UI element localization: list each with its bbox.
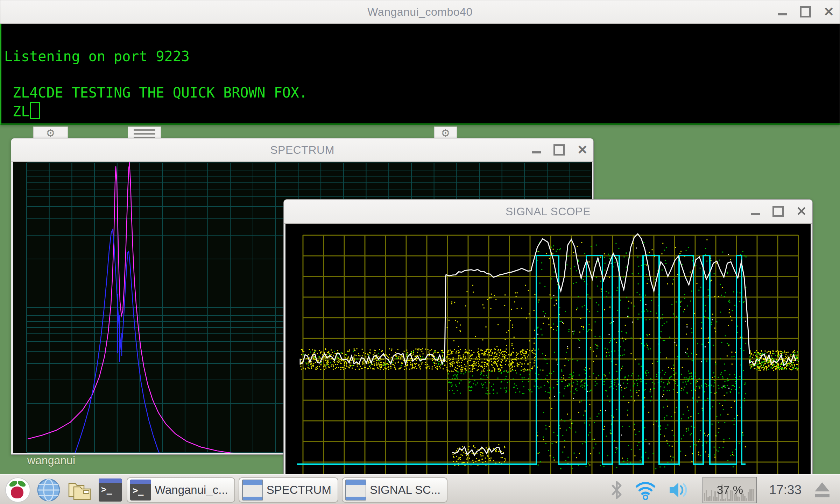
close-button[interactable]: ✕ xyxy=(796,205,807,218)
file-manager-button[interactable] xyxy=(66,477,92,503)
terminal-titlebar[interactable]: Wanganui_combo40 ✕ xyxy=(0,0,840,24)
text-cursor xyxy=(30,102,40,119)
taskbar-task-signal-scope[interactable]: SIGNAL SC... xyxy=(342,477,447,503)
maximize-button[interactable] xyxy=(800,6,811,17)
minimize-button[interactable] xyxy=(751,213,760,215)
signal-scope-window: SIGNAL SCOPE ✕ xyxy=(283,199,813,504)
gear-icon: ⚙ xyxy=(46,127,55,139)
cpu-monitor[interactable]: 37 % xyxy=(703,477,757,503)
desktop-icon-label[interactable]: wanganui xyxy=(27,454,75,467)
bluetooth-icon[interactable] xyxy=(611,480,623,500)
maximize-button[interactable] xyxy=(553,144,565,156)
desktop: ⚙ ⚙ Wanganui_combo40 ✕ Listening on port… xyxy=(0,0,840,504)
maximize-button[interactable] xyxy=(772,206,784,217)
terminal-icon: >_ xyxy=(99,478,122,502)
window-title: SPECTRUM xyxy=(270,144,334,157)
taskbar-task-terminal[interactable]: >_ Wanganui_c... xyxy=(127,477,235,503)
taskbar: >_ >_ Wanganui_c... SPECTRUM SIGNAL SC..… xyxy=(0,474,840,504)
terminal-window-icon: >_ xyxy=(130,480,151,501)
folders-icon xyxy=(67,478,92,502)
terminal-output[interactable]: Listening on port 9223 ZL4CDE TESTING TH… xyxy=(0,24,840,125)
menu-button[interactable] xyxy=(5,477,31,503)
close-button[interactable]: ✕ xyxy=(577,144,588,156)
terminal-line: ZL4CDE TESTING THE QUICK BROWN FOX. xyxy=(4,84,840,102)
app-window-icon xyxy=(242,480,263,501)
gear-icon: ⚙ xyxy=(441,127,450,139)
clock[interactable]: 17:33 xyxy=(769,483,802,497)
spectrum-titlebar[interactable]: SPECTRUM ✕ xyxy=(11,138,593,162)
eject-icon[interactable] xyxy=(813,481,831,499)
gear-icon[interactable]: ⚙ xyxy=(33,127,68,139)
terminal-line xyxy=(4,65,840,84)
taskbar-task-spectrum[interactable]: SPECTRUM xyxy=(239,477,338,503)
minimize-button[interactable] xyxy=(778,13,787,15)
scope-titlebar[interactable]: SIGNAL SCOPE ✕ xyxy=(284,200,812,224)
terminal-launcher-button[interactable]: >_ xyxy=(97,477,123,503)
terminal-line: Listening on port 9223 xyxy=(4,47,840,65)
volume-icon[interactable] xyxy=(668,481,691,499)
globe-icon xyxy=(37,478,61,502)
app-window-icon xyxy=(345,480,366,501)
browser-button[interactable] xyxy=(36,477,62,503)
window-title: SIGNAL SCOPE xyxy=(506,205,591,218)
minimize-button[interactable] xyxy=(532,151,541,153)
raspberry-icon xyxy=(5,477,30,503)
menu-lines-icon[interactable] xyxy=(128,127,161,139)
cpu-usage-label: 37 % xyxy=(717,483,743,497)
menu-lines-icon xyxy=(134,129,155,138)
terminal-window: Wanganui_combo40 ✕ Listening on port 922… xyxy=(0,0,840,125)
close-button[interactable]: ✕ xyxy=(824,6,834,18)
gear-icon[interactable]: ⚙ xyxy=(434,127,457,139)
wifi-icon[interactable] xyxy=(635,480,656,500)
terminal-line: ZL xyxy=(4,102,840,121)
scope-plot xyxy=(285,224,811,504)
window-title: Wanganui_combo40 xyxy=(367,6,472,19)
